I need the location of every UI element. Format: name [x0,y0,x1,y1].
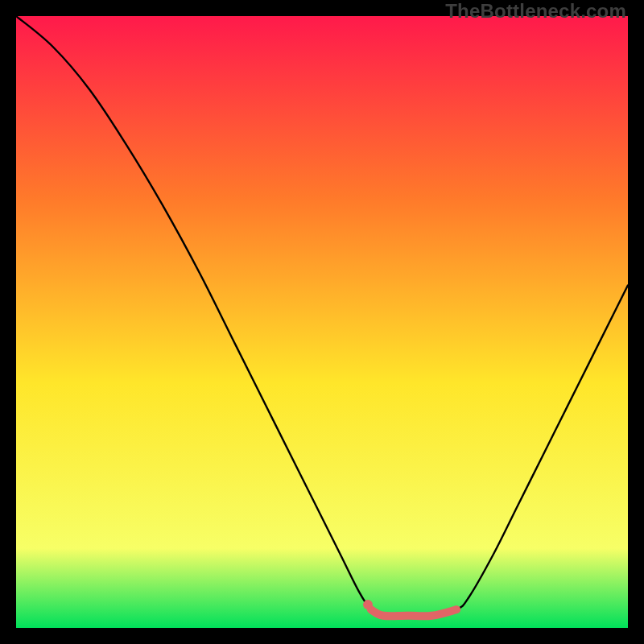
chart-svg [16,16,628,628]
watermark-text: TheBottleneck.com [445,0,626,23]
chart-container: TheBottleneck.com [0,0,644,644]
plot-area [16,16,628,628]
sweet-spot-dot [363,600,373,609]
gradient-background [16,16,628,628]
